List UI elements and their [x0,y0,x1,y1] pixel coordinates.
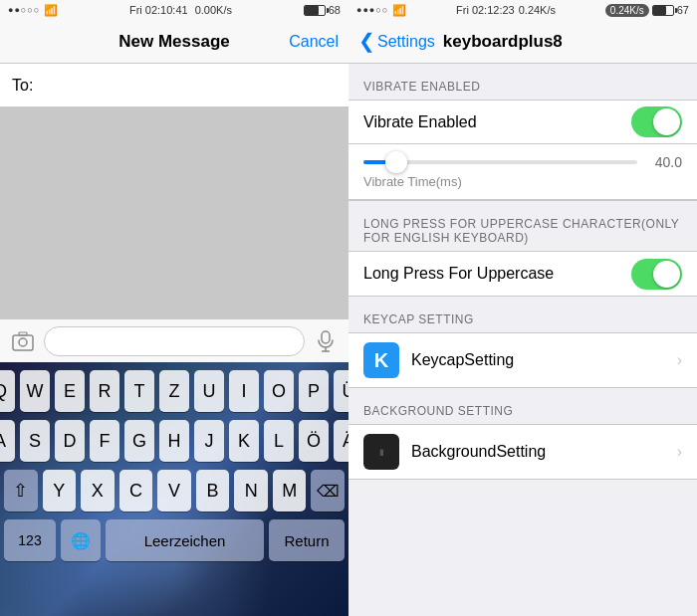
slider-sub-label: Vibrate Time(ms) [363,170,682,189]
slider-track[interactable] [363,160,637,164]
page-title-right: keyboardplus8 [443,32,563,52]
key-f[interactable]: F [90,420,119,462]
key-g[interactable]: G [124,420,154,462]
to-label: To: [12,77,33,95]
keyboard-row-3: ⇧ Y X C V B N M ⌫ [4,470,345,512]
vibrate-section-header: VIBRATE ENABLED [348,64,697,100]
key-m[interactable]: M [273,470,307,512]
long-press-group: Long Press For Uppercase [348,251,697,297]
long-press-label: Long Press For Uppercase [363,265,631,283]
settings-content: VIBRATE ENABLED Vibrate Enabled 40.0 Vib… [348,64,697,616]
to-field[interactable]: To: [0,64,348,107]
key-h[interactable]: H [159,420,189,462]
keycap-icon-letter: K [374,349,388,372]
key-i[interactable]: I [229,370,259,412]
key-s[interactable]: S [20,420,50,462]
vibrate-toggle[interactable] [631,106,682,137]
status-bar-right: ●●●○○ 📶 Fri 02:12:23 0.24K/s 0.24K/s 67 [348,0,697,20]
keyboard-bottom-row: 123 🌐 Leerzeichen Return [4,519,345,561]
slider-container: 40.0 [363,154,682,170]
key-delete[interactable]: ⌫ [311,470,345,512]
keyboard-row-2: A S D F G H J K L Ö Ä [4,420,345,462]
key-oe[interactable]: Ö [299,420,329,462]
key-c[interactable]: C [119,470,153,512]
mic-button[interactable] [311,326,341,356]
wifi-icon-right: 📶 [392,4,406,17]
chevron-right-icon-background: › [677,443,682,461]
key-numbers[interactable]: 123 [4,519,56,561]
keyboard-row-1: Q W E R T Z U I O P Ü [4,370,345,412]
keycap-label: KeycapSetting [411,351,677,369]
input-bar [0,318,348,362]
long-press-header: LONG PRESS FOR UPPERCASE CHARACTER(ONLY … [348,201,697,251]
long-press-row[interactable]: Long Press For Uppercase [348,252,697,296]
nav-title-left: New Message [118,32,230,52]
svg-rect-3 [322,331,330,343]
time-right: Fri 02:12:23 0.24K/s [456,4,556,16]
background-icon: ▮ [363,434,399,470]
key-r[interactable]: R [90,370,119,412]
wifi-icon-left: 📶 [44,4,58,17]
key-n[interactable]: N [234,470,268,512]
keycap-row[interactable]: K KeycapSetting › [348,333,697,387]
status-right-left: ●●●○○ 📶 [356,4,406,17]
key-b[interactable]: B [196,470,230,512]
key-j[interactable]: J [194,420,224,462]
vibrate-enabled-label: Vibrate Enabled [363,113,631,131]
back-button[interactable]: ❮ Settings [358,33,435,51]
long-press-toggle[interactable] [631,259,682,290]
key-w[interactable]: W [20,370,50,412]
key-ae[interactable]: Ä [334,420,348,462]
vibrate-enabled-row[interactable]: Vibrate Enabled [348,101,697,144]
nav-bar-left: New Message Cancel [0,20,348,64]
background-icon-content: ▮ [379,448,383,457]
chevron-left-icon: ❮ [358,31,375,51]
vibrate-group: Vibrate Enabled 40.0 Vibrate Time(ms) [348,100,697,201]
key-q[interactable]: Q [0,370,15,412]
toggle-knob-longpress [653,261,680,288]
background-group: ▮ BackgroundSetting › [348,424,697,480]
key-k[interactable]: K [229,420,259,462]
slider-row: 40.0 Vibrate Time(ms) [348,144,697,200]
nav-bar-right: ❮ Settings keyboardplus8 [348,20,697,64]
background-row[interactable]: ▮ BackgroundSetting › [348,425,697,479]
svg-point-1 [19,338,27,346]
key-return[interactable]: Return [269,519,345,561]
back-label: Settings [377,33,435,51]
left-panel: ●●○○○ 📶 Fri 02:10:41 0.00K/s 68 New Mess… [0,0,348,616]
key-shift[interactable]: ⇧ [4,470,38,512]
key-u[interactable]: U [194,370,224,412]
cancel-button[interactable]: Cancel [289,33,339,51]
speed-badge: 0.24K/s [605,4,649,17]
key-d[interactable]: D [55,420,85,462]
key-e[interactable]: E [55,370,85,412]
svg-rect-2 [19,332,27,335]
key-t[interactable]: T [124,370,154,412]
message-input[interactable] [44,326,305,356]
key-v[interactable]: V [157,470,191,512]
key-globe[interactable]: 🌐 [61,519,101,561]
key-y[interactable]: Y [43,470,77,512]
keycap-section-header: KEYCAP SETTING [348,297,697,332]
battery-group-left: 68 [304,4,341,17]
key-space[interactable]: Leerzeichen [106,519,264,561]
camera-button[interactable] [8,326,38,356]
slider-thumb[interactable] [385,151,407,173]
key-z[interactable]: Z [159,370,189,412]
key-p[interactable]: P [299,370,329,412]
key-o[interactable]: O [264,370,294,412]
signal-dots-right: ●●●○○ [356,5,388,15]
status-left-icons: ●●○○○ 📶 [8,4,58,17]
status-bar-left: ●●○○○ 📶 Fri 02:10:41 0.00K/s 68 [0,0,348,20]
key-x[interactable]: X [81,470,115,512]
key-ue[interactable]: Ü [334,370,348,412]
keycap-group: K KeycapSetting › [348,332,697,388]
time-left: Fri 02:10:41 0.00K/s [129,4,232,16]
background-section-header: BACKGROUND SETTING [348,388,697,424]
keycap-icon: K [363,342,399,378]
chevron-right-icon-keycap: › [677,351,682,369]
key-l[interactable]: L [264,420,294,462]
key-a[interactable]: A [0,420,15,462]
battery-icon-left [304,4,326,17]
message-body[interactable] [0,107,348,318]
